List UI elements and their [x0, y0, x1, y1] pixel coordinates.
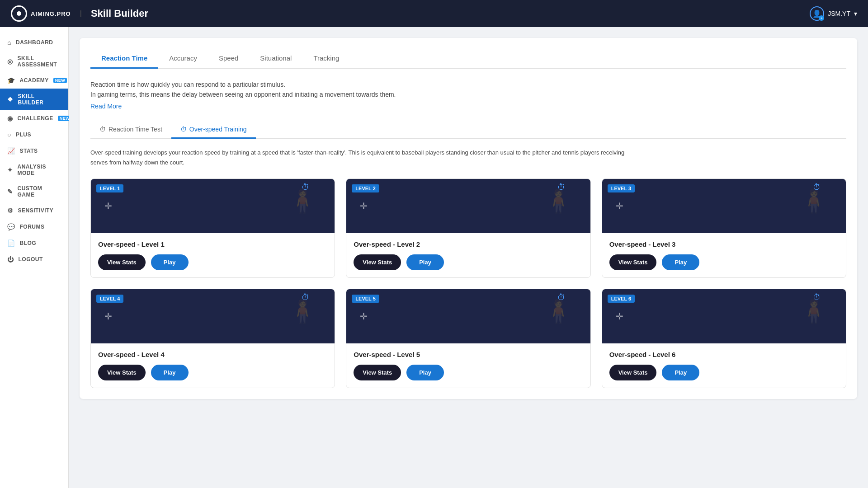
level-card-body-1: Over-speed - Level 1 View Stats Play [91, 233, 335, 277]
silhouette-icon-1: 🧍 [288, 188, 316, 214]
level-badge-4: LEVEL 4 [96, 295, 123, 303]
logout-icon: ⏻ [7, 256, 14, 263]
crosshair-icon-3: ✛ [616, 201, 623, 211]
silhouette-icon-3: 🧍 [800, 188, 828, 214]
level-card-1: LEVEL 1 ✛ ⏱ 🧍 Over-speed - Level 1 View … [90, 178, 335, 278]
view-stats-button-6[interactable]: View Stats [609, 365, 657, 380]
sensitivity-icon: ⚙ [7, 207, 14, 214]
skill-builder-icon: ❖ [7, 96, 14, 103]
level-card-actions-3: View Stats Play [609, 254, 839, 270]
level-card-title-4: Over-speed - Level 4 [98, 351, 327, 358]
sidebar-item-dashboard[interactable]: ⌂ DASHBOARD [0, 34, 68, 51]
level-badge-3: LEVEL 3 [608, 184, 635, 192]
silhouette-icon-2: 🧍 [544, 188, 572, 214]
level-card-2: LEVEL 2 ✛ ⏱ 🧍 Over-speed - Level 2 View … [346, 178, 590, 278]
levels-grid: LEVEL 1 ✛ ⏱ 🧍 Over-speed - Level 1 View … [90, 178, 846, 388]
sidebar-item-academy[interactable]: 🎓 ACADEMY NEW [0, 72, 68, 89]
silhouette-icon-6: 🧍 [800, 298, 828, 324]
crosshair-icon-2: ✛ [360, 201, 368, 211]
level-card-actions-1: View Stats Play [98, 254, 327, 270]
view-stats-button-1[interactable]: View Stats [98, 254, 146, 270]
view-stats-button-3[interactable]: View Stats [609, 254, 657, 270]
top-header: AIMING.PRO | Skill Builder 👤 + JSM.YT ▾ [0, 0, 868, 27]
sidebar-item-forums[interactable]: 💬 FORUMS [0, 219, 68, 235]
play-button-4[interactable]: Play [151, 365, 189, 380]
level-card-actions-2: View Stats Play [354, 254, 583, 270]
level-card-actions-5: View Stats Play [354, 365, 583, 380]
level-card-body-3: Over-speed - Level 3 View Stats Play [602, 233, 846, 277]
level-card-title-3: Over-speed - Level 3 [609, 240, 839, 248]
view-stats-button-4[interactable]: View Stats [98, 365, 146, 380]
home-icon: ⌂ [7, 39, 11, 46]
logo-circle [11, 5, 27, 22]
level-card-body-2: Over-speed - Level 2 View Stats Play [346, 233, 590, 277]
avatar: 👤 + [810, 6, 824, 21]
blog-icon: 📄 [7, 239, 15, 247]
level-card-actions-4: View Stats Play [98, 365, 327, 380]
sidebar: ⌂ DASHBOARD ◎ SKILL ASSESSMENT 🎓 ACADEMY… [0, 27, 69, 488]
forums-icon: 💬 [7, 223, 15, 230]
sidebar-item-stats[interactable]: 📈 STATS [0, 143, 68, 159]
level-card-4: LEVEL 4 ✛ ⏱ 🧍 Over-speed - Level 4 View … [90, 289, 335, 388]
view-stats-button-5[interactable]: View Stats [354, 365, 401, 380]
sub-tab-over-speed-training[interactable]: ⏱ Over-speed Training [171, 121, 256, 139]
play-button-2[interactable]: Play [406, 254, 444, 270]
tab-accuracy[interactable]: Accuracy [158, 49, 208, 69]
overspeed-description: Over-speed training develops your reacti… [90, 148, 633, 168]
user-menu[interactable]: 👤 + JSM.YT ▾ [810, 6, 857, 21]
level-card-body-5: Over-speed - Level 5 View Stats Play [346, 343, 590, 388]
level-card-title-5: Over-speed - Level 5 [354, 351, 583, 358]
level-card-6: LEVEL 6 ✛ ⏱ 🧍 Over-speed - Level 6 View … [602, 289, 846, 388]
sidebar-item-sensitivity[interactable]: ⚙ SENSITIVITY [0, 202, 68, 219]
sub-tabs: ⏱ Reaction Time Test ⏱ Over-speed Traini… [90, 121, 846, 139]
challenge-icon: ◉ [7, 115, 13, 122]
sub-tab-reaction-time-test[interactable]: ⏱ Reaction Time Test [90, 121, 171, 139]
sidebar-item-skill-builder[interactable]: ❖ SKILL BUILDER [0, 89, 68, 110]
level-card-title-6: Over-speed - Level 6 [609, 351, 839, 358]
brand-text: AIMING.PRO [31, 10, 71, 17]
level-card-body-6: Over-speed - Level 6 View Stats Play [602, 343, 846, 388]
play-button-6[interactable]: Play [662, 365, 699, 380]
description-line2: In gaming terms, this means the delay be… [90, 89, 846, 99]
sidebar-item-analysis-mode[interactable]: ✦ ANALYSIS MODE [0, 159, 68, 181]
timer-sub-icon2: ⏱ [180, 126, 187, 133]
analysis-icon: ✦ [7, 166, 13, 174]
tab-situational[interactable]: Situational [249, 49, 302, 69]
tab-speed[interactable]: Speed [208, 49, 249, 69]
main-layout: ⌂ DASHBOARD ◎ SKILL ASSESSMENT 🎓 ACADEMY… [0, 27, 868, 488]
read-more-link[interactable]: Read More [90, 103, 122, 110]
crosshair-icon-4: ✛ [104, 311, 112, 322]
tab-reaction-time[interactable]: Reaction Time [90, 49, 158, 69]
view-stats-button-2[interactable]: View Stats [354, 254, 401, 270]
level-badge-1: LEVEL 1 [96, 184, 123, 192]
main-tabs: Reaction Time Accuracy Speed Situational… [90, 49, 846, 69]
academy-badge: NEW [53, 78, 67, 83]
sidebar-item-challenge[interactable]: ◉ CHALLENGE NEW [0, 110, 68, 127]
play-button-5[interactable]: Play [406, 365, 444, 380]
sidebar-item-plus[interactable]: ○ PLUS [0, 127, 68, 143]
description-line1: Reaction time is how quickly you can res… [90, 80, 846, 89]
level-badge-2: LEVEL 2 [352, 184, 379, 192]
logo: AIMING.PRO [11, 5, 71, 22]
timer-sub-icon: ⏱ [99, 126, 106, 133]
level-card-5: LEVEL 5 ✛ ⏱ 🧍 Over-speed - Level 5 View … [346, 289, 590, 388]
level-card-image-2: LEVEL 2 ✛ ⏱ 🧍 [346, 179, 590, 233]
level-card-image-3: LEVEL 3 ✛ ⏱ 🧍 [602, 179, 846, 233]
silhouette-icon-4: 🧍 [288, 298, 316, 324]
tab-tracking[interactable]: Tracking [302, 49, 350, 69]
level-card-title-1: Over-speed - Level 1 [98, 240, 327, 248]
sidebar-item-logout[interactable]: ⏻ LOGOUT [0, 251, 68, 267]
plus-icon: ○ [7, 131, 11, 138]
sidebar-item-blog[interactable]: 📄 BLOG [0, 235, 68, 251]
play-button-3[interactable]: Play [662, 254, 699, 270]
chevron-down-icon: ▾ [854, 10, 857, 17]
level-card-title-2: Over-speed - Level 2 [354, 240, 583, 248]
level-card-body-4: Over-speed - Level 4 View Stats Play [91, 343, 335, 388]
level-card-actions-6: View Stats Play [609, 365, 839, 380]
plus-badge: + [819, 15, 824, 21]
sidebar-item-custom-game[interactable]: ✎ CUSTOM GAME [0, 181, 68, 202]
level-card-image-4: LEVEL 4 ✛ ⏱ 🧍 [91, 289, 335, 343]
sidebar-item-skill-assessment[interactable]: ◎ SKILL ASSESSMENT [0, 51, 68, 72]
level-badge-6: LEVEL 6 [608, 295, 635, 303]
play-button-1[interactable]: Play [151, 254, 189, 270]
